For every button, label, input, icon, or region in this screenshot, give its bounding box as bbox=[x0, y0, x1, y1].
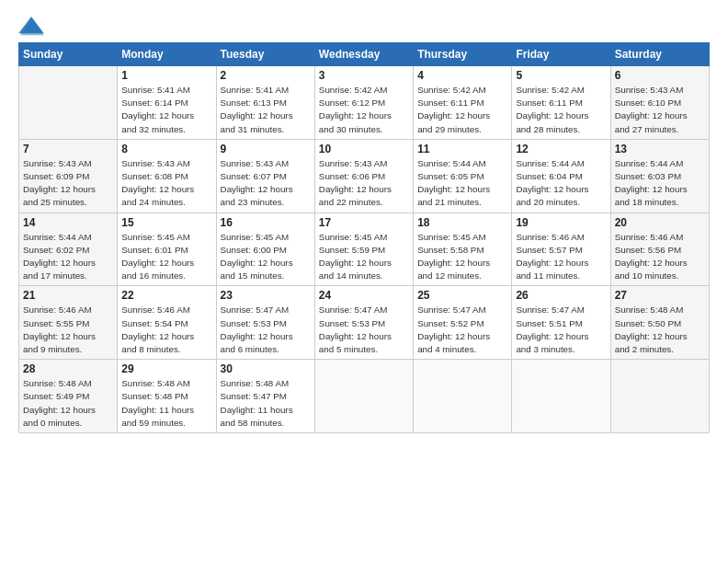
calendar-cell: 4Sunrise: 5:42 AMSunset: 6:11 PMDaylight… bbox=[414, 66, 512, 140]
calendar-cell: 3Sunrise: 5:42 AMSunset: 6:12 PMDaylight… bbox=[314, 66, 413, 140]
weekday-header-thursday: Thursday bbox=[414, 43, 512, 66]
day-number: 20 bbox=[615, 216, 705, 229]
day-info: Sunrise: 5:48 AMSunset: 5:50 PMDaylight:… bbox=[615, 304, 705, 356]
day-info: Sunrise: 5:46 AMSunset: 5:55 PMDaylight:… bbox=[23, 304, 113, 356]
calendar-cell: 15Sunrise: 5:45 AMSunset: 6:01 PMDayligh… bbox=[118, 213, 216, 286]
logo-icon bbox=[18, 17, 44, 37]
day-number: 23 bbox=[221, 289, 311, 302]
day-number: 14 bbox=[23, 216, 113, 229]
day-number: 13 bbox=[615, 143, 705, 155]
day-info: Sunrise: 5:43 AMSunset: 6:10 PMDaylight:… bbox=[615, 84, 705, 136]
day-info: Sunrise: 5:47 AMSunset: 5:51 PMDaylight:… bbox=[516, 304, 606, 356]
calendar-cell: 25Sunrise: 5:47 AMSunset: 5:52 PMDayligh… bbox=[414, 286, 512, 360]
day-number: 21 bbox=[23, 289, 113, 302]
day-number: 15 bbox=[121, 216, 211, 229]
logo bbox=[18, 17, 48, 37]
day-info: Sunrise: 5:45 AMSunset: 5:58 PMDaylight:… bbox=[417, 231, 507, 283]
day-info: Sunrise: 5:48 AMSunset: 5:47 PMDaylight:… bbox=[221, 377, 311, 430]
day-info: Sunrise: 5:48 AMSunset: 5:48 PMDaylight:… bbox=[121, 377, 211, 430]
week-row-3: 21Sunrise: 5:46 AMSunset: 5:55 PMDayligh… bbox=[19, 286, 710, 360]
day-info: Sunrise: 5:47 AMSunset: 5:53 PMDaylight:… bbox=[221, 304, 311, 356]
calendar-cell: 13Sunrise: 5:44 AMSunset: 6:03 PMDayligh… bbox=[610, 139, 709, 213]
calendar-cell: 26Sunrise: 5:47 AMSunset: 5:51 PMDayligh… bbox=[512, 286, 610, 360]
day-number: 8 bbox=[121, 143, 211, 155]
day-number: 28 bbox=[23, 362, 113, 375]
calendar-cell: 23Sunrise: 5:47 AMSunset: 5:53 PMDayligh… bbox=[216, 286, 314, 360]
day-info: Sunrise: 5:41 AMSunset: 6:13 PMDaylight:… bbox=[221, 84, 311, 136]
day-number: 9 bbox=[221, 143, 311, 155]
day-number: 19 bbox=[516, 216, 606, 229]
calendar-cell: 27Sunrise: 5:48 AMSunset: 5:50 PMDayligh… bbox=[610, 286, 709, 360]
day-info: Sunrise: 5:43 AMSunset: 6:09 PMDaylight:… bbox=[23, 157, 113, 210]
day-number: 11 bbox=[417, 143, 507, 155]
calendar-cell: 22Sunrise: 5:46 AMSunset: 5:54 PMDayligh… bbox=[118, 286, 216, 360]
day-info: Sunrise: 5:48 AMSunset: 5:49 PMDaylight:… bbox=[23, 377, 113, 430]
day-info: Sunrise: 5:47 AMSunset: 5:52 PMDaylight:… bbox=[417, 304, 507, 356]
day-info: Sunrise: 5:45 AMSunset: 6:01 PMDaylight:… bbox=[121, 231, 211, 283]
calendar-cell: 8Sunrise: 5:43 AMSunset: 6:08 PMDaylight… bbox=[118, 139, 216, 213]
day-number: 1 bbox=[121, 69, 211, 82]
calendar-cell: 18Sunrise: 5:45 AMSunset: 5:58 PMDayligh… bbox=[414, 213, 512, 286]
calendar-cell bbox=[314, 360, 413, 433]
calendar-cell: 29Sunrise: 5:48 AMSunset: 5:48 PMDayligh… bbox=[118, 360, 216, 433]
weekday-header-friday: Friday bbox=[512, 43, 610, 66]
weekday-header-tuesday: Tuesday bbox=[216, 43, 314, 66]
day-number: 25 bbox=[417, 289, 507, 302]
day-number: 7 bbox=[23, 143, 113, 155]
day-info: Sunrise: 5:46 AMSunset: 5:56 PMDaylight:… bbox=[615, 231, 705, 283]
day-number: 4 bbox=[417, 69, 507, 82]
day-number: 22 bbox=[121, 289, 211, 302]
calendar-cell bbox=[19, 66, 118, 140]
weekday-header-monday: Monday bbox=[118, 43, 216, 66]
day-number: 17 bbox=[319, 216, 409, 229]
calendar-cell: 1Sunrise: 5:41 AMSunset: 6:14 PMDaylight… bbox=[118, 66, 216, 140]
day-info: Sunrise: 5:41 AMSunset: 6:14 PMDaylight:… bbox=[121, 84, 211, 136]
weekday-header-sunday: Sunday bbox=[19, 43, 118, 66]
day-info: Sunrise: 5:43 AMSunset: 6:06 PMDaylight:… bbox=[319, 157, 409, 210]
calendar-cell: 6Sunrise: 5:43 AMSunset: 6:10 PMDaylight… bbox=[610, 66, 709, 140]
calendar-cell: 7Sunrise: 5:43 AMSunset: 6:09 PMDaylight… bbox=[19, 139, 118, 213]
day-number: 2 bbox=[221, 69, 311, 82]
header bbox=[18, 17, 710, 37]
calendar-cell: 14Sunrise: 5:44 AMSunset: 6:02 PMDayligh… bbox=[19, 213, 118, 286]
week-row-2: 14Sunrise: 5:44 AMSunset: 6:02 PMDayligh… bbox=[19, 213, 710, 286]
calendar-cell: 17Sunrise: 5:45 AMSunset: 5:59 PMDayligh… bbox=[314, 213, 413, 286]
weekday-row: SundayMondayTuesdayWednesdayThursdayFrid… bbox=[19, 43, 710, 66]
calendar-cell: 24Sunrise: 5:47 AMSunset: 5:53 PMDayligh… bbox=[314, 286, 413, 360]
day-number: 24 bbox=[319, 289, 409, 302]
day-info: Sunrise: 5:44 AMSunset: 6:03 PMDaylight:… bbox=[615, 157, 705, 210]
week-row-0: 1Sunrise: 5:41 AMSunset: 6:14 PMDaylight… bbox=[19, 66, 710, 140]
calendar-cell: 5Sunrise: 5:42 AMSunset: 6:11 PMDaylight… bbox=[512, 66, 610, 140]
calendar-cell: 28Sunrise: 5:48 AMSunset: 5:49 PMDayligh… bbox=[19, 360, 118, 433]
day-number: 3 bbox=[319, 69, 409, 82]
calendar-cell bbox=[610, 360, 709, 433]
calendar-cell bbox=[512, 360, 610, 433]
weekday-header-wednesday: Wednesday bbox=[314, 43, 413, 66]
day-number: 6 bbox=[615, 69, 705, 82]
calendar-cell: 9Sunrise: 5:43 AMSunset: 6:07 PMDaylight… bbox=[216, 139, 314, 213]
week-row-4: 28Sunrise: 5:48 AMSunset: 5:49 PMDayligh… bbox=[19, 360, 710, 433]
day-info: Sunrise: 5:43 AMSunset: 6:07 PMDaylight:… bbox=[221, 157, 311, 210]
calendar-cell: 2Sunrise: 5:41 AMSunset: 6:13 PMDaylight… bbox=[216, 66, 314, 140]
day-info: Sunrise: 5:45 AMSunset: 5:59 PMDaylight:… bbox=[319, 231, 409, 283]
day-number: 18 bbox=[417, 216, 507, 229]
day-info: Sunrise: 5:42 AMSunset: 6:12 PMDaylight:… bbox=[319, 84, 409, 136]
day-info: Sunrise: 5:46 AMSunset: 5:57 PMDaylight:… bbox=[516, 231, 606, 283]
day-info: Sunrise: 5:42 AMSunset: 6:11 PMDaylight:… bbox=[417, 84, 507, 136]
day-info: Sunrise: 5:43 AMSunset: 6:08 PMDaylight:… bbox=[121, 157, 211, 210]
day-number: 16 bbox=[221, 216, 311, 229]
calendar-cell: 19Sunrise: 5:46 AMSunset: 5:57 PMDayligh… bbox=[512, 213, 610, 286]
calendar: SundayMondayTuesdayWednesdayThursdayFrid… bbox=[18, 42, 710, 433]
day-info: Sunrise: 5:45 AMSunset: 6:00 PMDaylight:… bbox=[221, 231, 311, 283]
day-number: 10 bbox=[319, 143, 409, 155]
calendar-cell: 20Sunrise: 5:46 AMSunset: 5:56 PMDayligh… bbox=[610, 213, 709, 286]
day-number: 26 bbox=[516, 289, 606, 302]
calendar-header: SundayMondayTuesdayWednesdayThursdayFrid… bbox=[19, 43, 710, 66]
calendar-body: 1Sunrise: 5:41 AMSunset: 6:14 PMDaylight… bbox=[19, 66, 710, 433]
day-number: 27 bbox=[615, 289, 705, 302]
page-container: SundayMondayTuesdayWednesdayThursdayFrid… bbox=[0, 0, 728, 442]
weekday-header-saturday: Saturday bbox=[610, 43, 709, 66]
calendar-cell: 11Sunrise: 5:44 AMSunset: 6:05 PMDayligh… bbox=[414, 139, 512, 213]
calendar-cell: 21Sunrise: 5:46 AMSunset: 5:55 PMDayligh… bbox=[19, 286, 118, 360]
day-info: Sunrise: 5:44 AMSunset: 6:02 PMDaylight:… bbox=[23, 231, 113, 283]
